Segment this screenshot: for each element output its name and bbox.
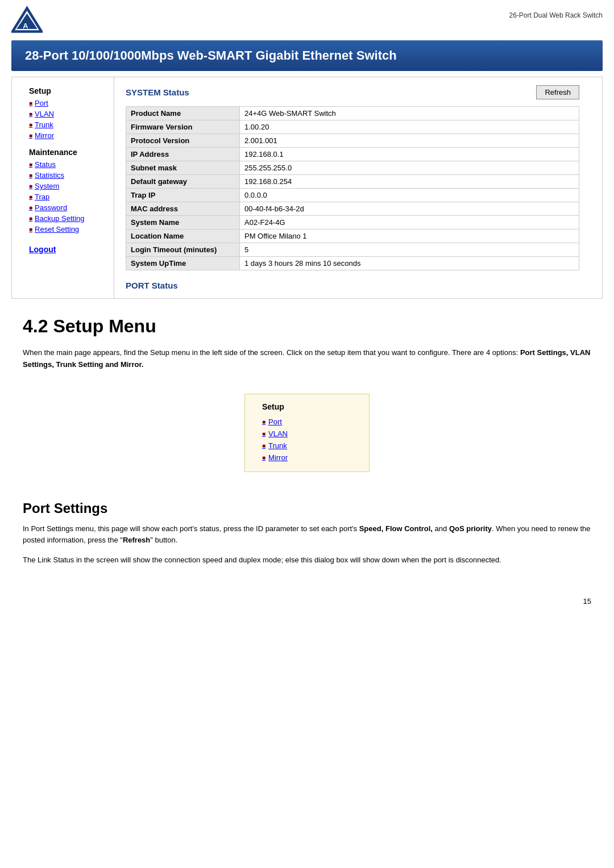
field-label: Subnet mask — [126, 161, 240, 175]
field-label: Login Timeout (minutes) — [126, 243, 240, 257]
sidebar-link-label: Reset Setting — [35, 225, 79, 233]
logout-link[interactable]: Logout — [29, 245, 108, 254]
table-row: Firmware Version1.00.20 — [126, 120, 579, 134]
sidebar-item-port[interactable]: ■ Port — [29, 99, 108, 107]
field-label: Location Name — [126, 229, 240, 243]
sidebar-item-status[interactable]: ■ Status — [29, 160, 108, 169]
port-settings-title: Port Settings — [23, 500, 591, 516]
table-row: Product Name24+4G Web-SMART Switch — [126, 107, 579, 120]
sidebar-item-trap[interactable]: ■ Trap — [29, 193, 108, 201]
bullet-icon: ■ — [262, 431, 265, 437]
doc-setup-link-port[interactable]: ■ Port — [262, 418, 282, 426]
page-header: A 26-Port Dual Web Rack Switch — [0, 0, 614, 36]
bullet-icon: ■ — [29, 100, 32, 106]
field-value: A02-F24-4G — [240, 216, 579, 229]
title-banner: 28-Port 10/100/1000Mbps Web-SMART Gigabi… — [11, 40, 603, 71]
sidebar: Setup ■ Port ■ VLAN ■ Trunk ■ Mirror Mai… — [23, 77, 114, 298]
table-row: Location NamePM Office Milano 1 — [126, 229, 579, 243]
doc-setup-link-trunk[interactable]: ■ Trunk — [262, 441, 287, 450]
bullet-icon: ■ — [262, 454, 265, 461]
sidebar-link-label: Status — [35, 160, 56, 169]
field-label: Default gateway — [126, 175, 240, 189]
field-label: System UpTime — [126, 257, 240, 270]
sidebar-link-label: Backup Setting — [35, 214, 84, 223]
table-row: Default gateway192.168.0.254 — [126, 175, 579, 189]
sidebar-link-label: Trunk — [35, 120, 53, 129]
doc-link-label: Mirror — [268, 453, 288, 462]
table-row: IP Address192.168.0.1 — [126, 148, 579, 161]
field-value: 24+4G Web-SMART Switch — [240, 107, 579, 120]
bullet-icon: ■ — [29, 111, 32, 117]
table-row: System NameA02-F24-4G — [126, 216, 579, 229]
setup-section-title: Setup — [29, 86, 108, 95]
port-settings-p2: The Link Status in the screen will show … — [23, 554, 591, 566]
field-value: 192.168.0.254 — [240, 175, 579, 189]
port-settings-p1: In Port Settings menu, this page will sh… — [23, 523, 591, 547]
table-row: Protocol Version2.001.001 — [126, 134, 579, 148]
bullet-icon: ■ — [29, 172, 32, 178]
field-value: 192.168.0.1 — [240, 148, 579, 161]
sidebar-item-password[interactable]: ■ Password — [29, 203, 108, 212]
maintenance-section-title: Maintenance — [29, 148, 108, 157]
doc-intro-text: When the main page appears, find the Set… — [23, 347, 591, 371]
bullet-icon: ■ — [29, 194, 32, 200]
field-value: 255.255.255.0 — [240, 161, 579, 175]
bullet-icon: ■ — [29, 183, 32, 189]
field-label: Firmware Version — [126, 120, 240, 134]
bullet-icon: ■ — [29, 122, 32, 128]
doc-setup-box: Setup ■ Port ■ VLAN ■ Trunk ■ Mirror — [244, 394, 370, 472]
sidebar-setup-links: ■ Port ■ VLAN ■ Trunk ■ Mirror — [29, 99, 108, 140]
field-value: 1 days 3 hours 28 mins 10 seconds — [240, 257, 579, 270]
bullet-icon: ■ — [29, 132, 32, 139]
field-label: System Name — [126, 216, 240, 229]
system-status-title: SYSTEM Status — [126, 87, 189, 97]
sidebar-link-label: Password — [35, 203, 67, 212]
sidebar-item-mirror[interactable]: ■ Mirror — [29, 131, 108, 140]
sidebar-link-label: System — [35, 182, 59, 190]
doc-setup-box-title: Setup — [262, 402, 284, 411]
field-value: 1.00.20 — [240, 120, 579, 134]
doc-setup-link-vlan[interactable]: ■ VLAN — [262, 429, 288, 438]
field-value: PM Office Milano 1 — [240, 229, 579, 243]
status-header: SYSTEM Status Refresh — [126, 85, 579, 99]
field-label: Trap IP — [126, 189, 240, 202]
port-status-title: PORT Status — [126, 281, 579, 290]
table-row: MAC address00-40-f4-b6-34-2d — [126, 202, 579, 216]
svg-text:A: A — [23, 22, 28, 30]
bullet-icon: ■ — [29, 215, 32, 222]
sidebar-link-label: VLAN — [35, 110, 54, 118]
table-row: Subnet mask255.255.255.0 — [126, 161, 579, 175]
table-row: Login Timeout (minutes)5 — [126, 243, 579, 257]
sidebar-item-reset-setting[interactable]: ■ Reset Setting — [29, 225, 108, 233]
bullet-icon: ■ — [262, 419, 265, 425]
header-subtitle: 26-Port Dual Web Rack Switch — [509, 6, 603, 19]
field-value: 00-40-f4-b6-34-2d — [240, 202, 579, 216]
main-panel: Setup ■ Port ■ VLAN ■ Trunk ■ Mirror Mai… — [11, 77, 603, 299]
sidebar-item-backup-setting[interactable]: ■ Backup Setting — [29, 214, 108, 223]
sidebar-link-label: Port — [35, 99, 48, 107]
doc-section: 4.2 Setup Menu When the main page appear… — [0, 299, 614, 591]
sidebar-item-trunk[interactable]: ■ Trunk — [29, 120, 108, 129]
sidebar-item-vlan[interactable]: ■ VLAN — [29, 110, 108, 118]
field-label: IP Address — [126, 148, 240, 161]
field-value: 5 — [240, 243, 579, 257]
bullet-icon: ■ — [29, 161, 32, 168]
bullet-icon: ■ — [29, 226, 32, 232]
sidebar-item-statistics[interactable]: ■ Statistics — [29, 171, 108, 180]
table-row: Trap IP0.0.0.0 — [126, 189, 579, 202]
content-panel: SYSTEM Status Refresh Product Name24+4G … — [114, 77, 591, 298]
logo: A — [11, 6, 43, 36]
field-label: Protocol Version — [126, 134, 240, 148]
field-label: Product Name — [126, 107, 240, 120]
sidebar-item-system[interactable]: ■ System — [29, 182, 108, 190]
page-number: 15 — [0, 591, 614, 611]
field-label: MAC address — [126, 202, 240, 216]
doc-setup-link-mirror[interactable]: ■ Mirror — [262, 453, 288, 462]
refresh-button[interactable]: Refresh — [536, 85, 579, 99]
doc-link-label: Trunk — [268, 441, 287, 450]
doc-link-label: Port — [268, 418, 282, 426]
doc-section-title: 4.2 Setup Menu — [23, 316, 591, 337]
sidebar-maintenance-links: ■ Status ■ Statistics ■ System ■ Trap ■ … — [29, 160, 108, 233]
sidebar-link-label: Mirror — [35, 131, 54, 140]
bullet-icon: ■ — [29, 205, 32, 211]
